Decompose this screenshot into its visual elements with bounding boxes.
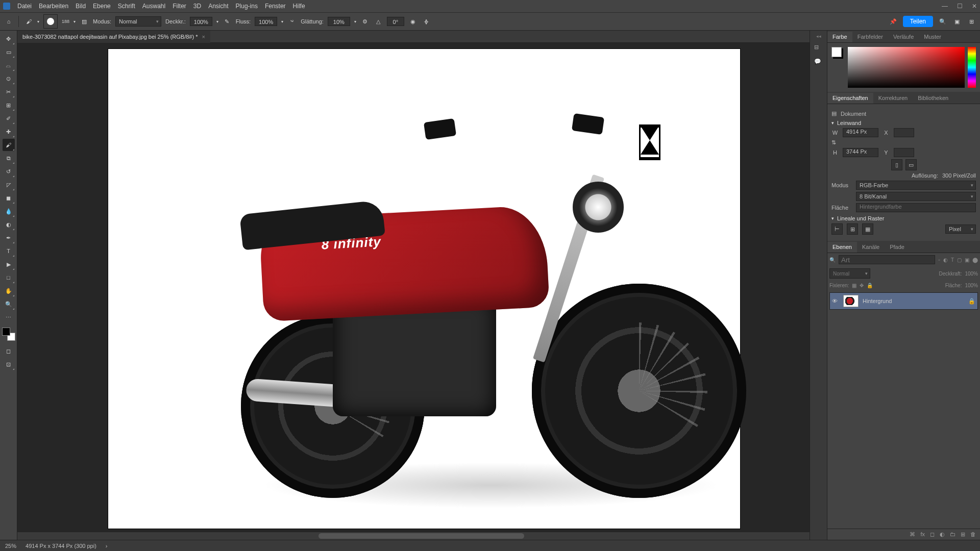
rulers-section-header[interactable]: Lineale und Raster [831, 215, 976, 221]
tab-kanaele[interactable]: Kanäle [857, 242, 885, 253]
flow-field[interactable]: 100% [255, 17, 277, 26]
grid-icon[interactable]: ⊞ [847, 223, 858, 235]
menu-filter[interactable]: Filter [173, 3, 186, 10]
y-field[interactable] [894, 148, 914, 157]
comments-panel-icon[interactable]: 💬 [814, 58, 823, 67]
delete-layer-icon[interactable]: 🗑 [970, 531, 976, 538]
filter-pixel-icon[interactable]: ▫ [938, 257, 940, 263]
document-tab[interactable]: bike-3073082 nattapol deejitwasin auf Pi… [17, 31, 210, 43]
menu-bearbeiten[interactable]: Bearbeiten [39, 3, 68, 10]
layer-name[interactable]: Hintergrund [863, 298, 892, 304]
layer-filter-icon[interactable]: 🔍 [829, 257, 836, 263]
lock-all-icon[interactable]: 🔒 [867, 283, 873, 288]
brush-tool-icon[interactable]: 🖌 [24, 17, 33, 26]
gradient-tool[interactable]: ◼ [3, 192, 15, 204]
bit-depth-select[interactable]: 8 Bit/Kanal [856, 192, 976, 201]
tab-farbe[interactable]: Farbe [827, 32, 852, 42]
angle-field[interactable]: 0° [387, 17, 404, 26]
tab-muster[interactable]: Muster [919, 32, 946, 42]
tab-pfade[interactable]: Pfade [885, 242, 910, 253]
tab-eigenschaften[interactable]: Eigenschaften [827, 93, 873, 104]
pin-icon[interactable]: 📌 [889, 17, 898, 26]
opacity-dropdown-icon[interactable]: ▾ [216, 19, 218, 24]
units-select[interactable]: Pixel [945, 224, 976, 234]
horizontal-scrollbar[interactable] [17, 532, 810, 540]
fill-value[interactable]: Hintergrundfarbe [856, 203, 976, 212]
hand-tool[interactable]: ✋ [3, 285, 15, 297]
new-layer-icon[interactable]: ⊞ [961, 531, 965, 538]
filter-toggle-icon[interactable]: ⬤ [972, 257, 978, 263]
layer-filter-input[interactable] [839, 255, 935, 264]
menu-ebene[interactable]: Ebene [93, 3, 111, 10]
window-maximize-icon[interactable]: ☐ [957, 3, 963, 10]
screenmode-toggle[interactable]: ⊡ [3, 358, 15, 370]
marquee-tool[interactable]: ▭ [3, 46, 15, 58]
orientation-landscape-icon[interactable]: ▭ [905, 159, 917, 170]
history-brush-tool[interactable]: ↺ [3, 165, 15, 178]
history-panel-icon[interactable]: ⊟ [814, 44, 823, 53]
tab-korrekturen[interactable]: Korrekturen [873, 93, 913, 104]
color-picker[interactable] [831, 47, 976, 88]
eyedropper-tool[interactable]: ✐ [3, 112, 15, 124]
status-chevron-icon[interactable]: › [106, 543, 108, 549]
group-icon[interactable]: 🗀 [950, 531, 955, 538]
healing-tool[interactable]: ✚ [3, 126, 15, 138]
layer-fx-icon[interactable]: fx [920, 531, 925, 538]
tab-bibliotheken[interactable]: Bibliotheken [913, 93, 953, 104]
lasso-tool[interactable]: ⌓ [3, 59, 15, 71]
brush-tool[interactable]: 🖌 [3, 139, 15, 151]
layer-fill-value[interactable]: 100% [965, 283, 978, 288]
smoothing-field[interactable]: 10% [328, 17, 350, 26]
menu-fenster[interactable]: Fenster [265, 3, 286, 10]
layer-lock-icon[interactable]: 🔒 [968, 298, 975, 305]
menu-bild[interactable]: Bild [76, 3, 86, 10]
guides-icon[interactable]: ▦ [862, 223, 873, 235]
search-icon[interactable]: 🔍 [938, 17, 947, 26]
lock-pixels-icon[interactable]: ▦ [852, 283, 856, 288]
tab-farbfelder[interactable]: Farbfelder [852, 32, 888, 42]
menu-ansicht[interactable]: Ansicht [208, 3, 228, 10]
eraser-tool[interactable]: ◸ [3, 179, 15, 191]
menu-plugins[interactable]: Plug-ins [236, 3, 258, 10]
orientation-portrait-icon[interactable]: ▯ [891, 159, 902, 170]
tool-preset-dropdown-icon[interactable]: ▾ [37, 19, 39, 24]
brush-preview[interactable] [43, 14, 58, 29]
blur-tool[interactable]: 💧 [3, 205, 15, 217]
menu-hilfe[interactable]: Hilfe [293, 3, 305, 10]
flow-dropdown-icon[interactable]: ▾ [281, 19, 283, 24]
height-field[interactable]: 3744 Px [843, 148, 878, 157]
symmetry-icon[interactable]: ᚖ [422, 17, 431, 26]
pressure-opacity-icon[interactable]: ✎ [223, 17, 232, 26]
pressure-size-icon[interactable]: ◉ [408, 17, 418, 26]
hue-slider[interactable] [968, 47, 976, 88]
dodge-tool[interactable]: ◐ [3, 218, 15, 231]
path-select-tool[interactable]: ▶ [3, 258, 15, 270]
tab-ebenen[interactable]: Ebenen [827, 242, 857, 253]
menu-3d[interactable]: 3D [193, 3, 201, 10]
filter-shape-icon[interactable]: ▢ [957, 257, 962, 263]
x-field[interactable] [894, 128, 914, 137]
collapse-dock-icon[interactable]: ◂◂ [816, 34, 821, 39]
adjustment-layer-icon[interactable]: ◐ [940, 531, 945, 538]
quickmask-toggle[interactable]: ◻ [3, 345, 15, 357]
foreground-background-swatch[interactable] [2, 328, 15, 341]
quick-select-tool[interactable]: ⊙ [3, 72, 15, 85]
window-minimize-icon[interactable]: — [942, 3, 948, 10]
document-dimensions[interactable]: 4914 Px x 3744 Px (300 ppi) [26, 543, 96, 549]
pen-tool[interactable]: ✒ [3, 232, 15, 244]
layer-opacity-value[interactable]: 100% [965, 271, 978, 277]
arrange-icon[interactable]: ⊞ [967, 17, 976, 26]
tab-verlaeufe[interactable]: Verläufe [888, 32, 919, 42]
ruler-icon[interactable]: ⊢ [831, 223, 843, 235]
brush-settings-icon[interactable]: ▨ [80, 17, 89, 26]
workspace-icon[interactable]: ▣ [952, 17, 962, 26]
width-field[interactable]: 4914 Px [843, 128, 878, 137]
layer-thumbnail[interactable] [843, 295, 859, 307]
zoom-tool[interactable]: 🔍 [3, 298, 15, 310]
shape-tool[interactable]: □ [3, 271, 15, 284]
filter-adjust-icon[interactable]: ◐ [943, 257, 948, 263]
stamp-tool[interactable]: ⧉ [3, 152, 15, 164]
layer-row[interactable]: 👁 Hintergrund 🔒 [829, 292, 978, 310]
window-close-icon[interactable]: ✕ [972, 3, 977, 10]
link-dims-icon[interactable]: ⇅ [831, 139, 839, 146]
